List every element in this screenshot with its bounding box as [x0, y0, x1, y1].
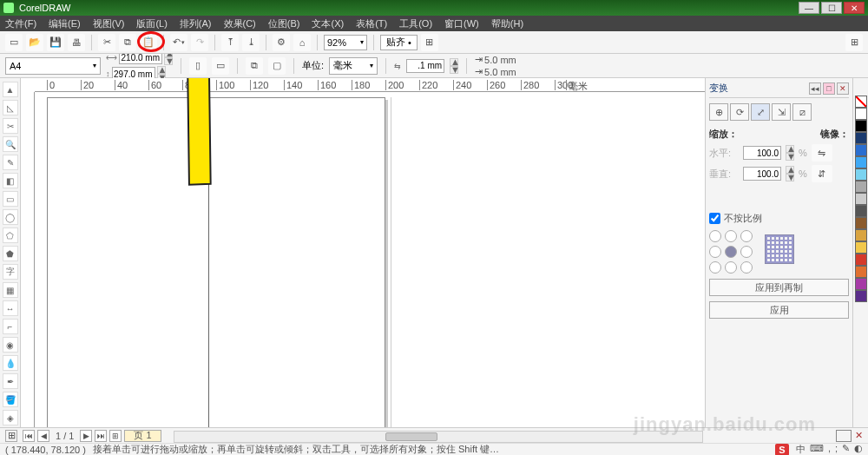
next-page-button[interactable]: ▶	[80, 430, 92, 442]
spin-buttons[interactable]: ▲▼	[786, 166, 794, 181]
undo-button[interactable]: ↶▾	[170, 34, 187, 51]
redo-button[interactable]: ↷	[191, 34, 208, 51]
color-swatch[interactable]	[855, 181, 867, 193]
menu-item[interactable]: 工具(O)	[399, 17, 432, 30]
zoom-tool[interactable]: 🔍	[3, 136, 18, 152]
landscape-icon[interactable]: ▭	[212, 57, 229, 75]
shape-tool[interactable]: ◺	[3, 100, 18, 115]
no-color-swatch[interactable]	[855, 96, 867, 108]
new-icon[interactable]: ▭	[5, 34, 23, 51]
outline-tool[interactable]: ✒	[3, 373, 18, 389]
last-page-button[interactable]: ⏭	[95, 430, 107, 442]
color-swatch[interactable]	[855, 144, 867, 156]
color-swatch[interactable]	[855, 193, 867, 205]
app-launcher-icon[interactable]: ⚙	[273, 34, 290, 51]
page-options-icon[interactable]: ⊞	[5, 430, 17, 442]
docker-collapse-icon[interactable]: ◂◂	[809, 82, 821, 95]
color-swatch[interactable]	[855, 156, 867, 168]
docker-close-icon[interactable]: ✕	[837, 82, 849, 95]
export-icon[interactable]: ⤓	[242, 34, 260, 51]
no-fill-icon[interactable]: ✕	[855, 430, 863, 441]
color-swatch[interactable]	[855, 290, 867, 302]
maximize-button[interactable]: ☐	[821, 2, 842, 14]
color-swatch[interactable]	[855, 254, 867, 266]
color-swatch[interactable]	[855, 217, 867, 229]
menu-item[interactable]: 窗口(W)	[444, 17, 479, 30]
portrait-icon[interactable]: ▯	[189, 57, 207, 75]
snap-dropdown[interactable]: 贴齐•	[380, 35, 418, 50]
mirror-h-icon[interactable]: ⇋	[812, 144, 832, 162]
all-pages-icon[interactable]: ⧉	[246, 57, 263, 75]
horizontal-scrollbar[interactable]	[174, 431, 703, 443]
zoom-level[interactable]: 92%▾	[324, 35, 367, 50]
ime-item[interactable]: ✎	[842, 443, 850, 455]
menu-item[interactable]: 文本(X)	[312, 17, 344, 30]
interactive-fill-tool[interactable]: ◈	[3, 410, 18, 425]
menu-item[interactable]: 位图(B)	[268, 17, 300, 30]
paste-icon[interactable]: 📋	[140, 34, 157, 51]
color-swatch[interactable]	[855, 266, 867, 278]
open-icon[interactable]: 📂	[26, 34, 43, 51]
dup-y[interactable]: 5.0 mm	[484, 67, 516, 77]
horizontal-scale-input[interactable]	[743, 146, 781, 160]
horizontal-ruler[interactable]: 0204060801001201401601802002202402602803…	[35, 78, 705, 92]
prev-page-button[interactable]: ◀	[37, 430, 49, 442]
menu-item[interactable]: 排列(A)	[180, 17, 212, 30]
fill-tool[interactable]: 🪣	[3, 392, 18, 407]
ime-item[interactable]: ◐	[854, 443, 863, 455]
spin-buttons[interactable]: ▲▼	[786, 145, 794, 161]
tab-scale[interactable]: ⤢	[751, 103, 770, 121]
menu-item[interactable]: 编辑(E)	[49, 17, 81, 30]
apply-button[interactable]: 应用	[709, 301, 849, 319]
menu-item[interactable]: 效果(C)	[224, 17, 256, 30]
connector-tool[interactable]: ⌐	[3, 319, 18, 334]
color-swatch[interactable]	[855, 205, 867, 217]
nudge-distance[interactable]: .1 mm	[406, 59, 444, 73]
vertical-ruler[interactable]	[21, 92, 35, 427]
anchor-grid[interactable]	[709, 230, 753, 274]
ime-item[interactable]: ,	[828, 443, 831, 455]
unit-combo[interactable]: 毫米▾	[329, 57, 378, 75]
menu-item[interactable]: 帮助(H)	[491, 17, 523, 30]
tab-size[interactable]: ⇲	[772, 103, 791, 121]
close-button[interactable]: ✕	[844, 2, 865, 14]
tab-position[interactable]: ⊕	[709, 103, 728, 121]
toolbar-options-icon[interactable]: ⊞	[845, 34, 863, 51]
current-page-icon[interactable]: ▢	[268, 57, 286, 75]
guide-line[interactable]	[208, 92, 209, 427]
color-swatch[interactable]	[855, 229, 867, 241]
rectangle-tool[interactable]: ▭	[3, 191, 18, 207]
save-icon[interactable]: 💾	[47, 34, 64, 51]
ime-icon[interactable]: S	[775, 444, 789, 456]
dup-x[interactable]: 5.0 mm	[484, 55, 516, 65]
minimize-button[interactable]: —	[799, 2, 819, 14]
menu-item[interactable]: 文件(F)	[5, 17, 36, 30]
fill-swatch[interactable]	[836, 430, 852, 442]
non-proportional-checkbox[interactable]	[709, 213, 720, 224]
dimension-tool[interactable]: ↔	[3, 300, 18, 316]
polygon-tool[interactable]: ⬠	[3, 228, 18, 243]
cut-icon[interactable]: ✂	[98, 34, 115, 51]
eyedropper-tool[interactable]: 💧	[3, 355, 18, 371]
color-swatch[interactable]	[855, 108, 867, 120]
first-page-button[interactable]: ⏮	[23, 430, 35, 442]
docker-help-icon[interactable]: □	[823, 82, 835, 95]
print-icon[interactable]: 🖶	[68, 34, 85, 51]
color-swatch[interactable]	[855, 120, 867, 132]
apply-to-duplicate-button[interactable]: 应用到再制	[709, 279, 849, 296]
table-tool[interactable]: ▦	[3, 282, 18, 298]
color-swatch[interactable]	[855, 278, 867, 290]
tab-rotate[interactable]: ⟳	[730, 103, 749, 121]
basic-shapes-tool[interactable]: ⬟	[3, 246, 18, 261]
spin-buttons[interactable]: ▲▼	[450, 58, 458, 74]
ellipse-tool[interactable]: ◯	[3, 209, 18, 225]
paper-size-combo[interactable]: A4▾	[5, 57, 101, 75]
drawing-canvas[interactable]	[35, 92, 705, 427]
welcome-icon[interactable]: ⌂	[293, 34, 311, 51]
color-swatch[interactable]	[855, 241, 867, 254]
blend-tool[interactable]: ◉	[3, 337, 18, 353]
ime-item[interactable]: ⌨	[810, 443, 824, 455]
copy-icon[interactable]: ⧉	[119, 34, 136, 51]
ime-item[interactable]: 中	[796, 443, 806, 455]
import-icon[interactable]: ⤒	[221, 34, 239, 51]
